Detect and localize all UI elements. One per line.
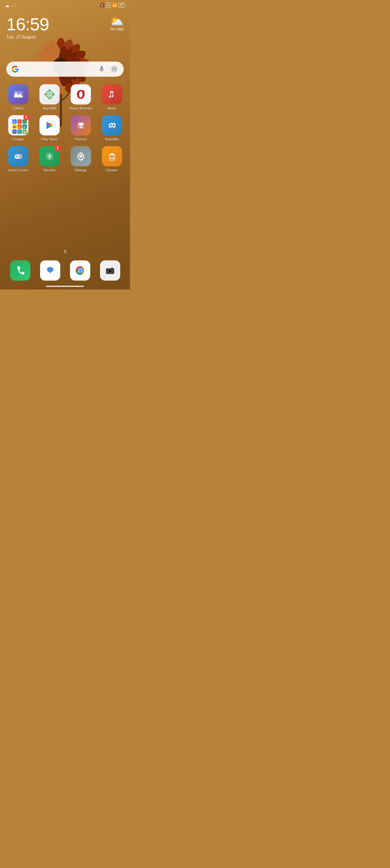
- battery-icon: 67: [118, 3, 125, 7]
- svg-point-50: [21, 156, 22, 157]
- app-shareme[interactable]: ShareMe: [98, 115, 126, 141]
- svg-point-30: [111, 66, 117, 72]
- clock-area: 16:59 Tue, 27 August ⛅ No data: [0, 9, 130, 42]
- app-label-security: Security: [43, 168, 56, 172]
- app-security[interactable]: 1 Security: [35, 146, 64, 172]
- svg-text:180M: 180M: [109, 157, 114, 159]
- app-music[interactable]: Music: [98, 84, 126, 110]
- app-opera[interactable]: Opera Browser: [66, 84, 95, 110]
- app-label-opera: Opera Browser: [69, 106, 93, 110]
- svg-point-72: [108, 269, 109, 270]
- app-label-cleaner: Cleaner: [106, 168, 118, 172]
- app-label-themes: Themes: [74, 137, 87, 141]
- app-label-playstore: Play Store: [41, 137, 58, 141]
- app-label-gallery: Gallery: [12, 106, 24, 110]
- svg-rect-45: [80, 127, 83, 128]
- svg-point-74: [113, 269, 113, 270]
- svg-rect-43: [79, 123, 83, 125]
- svg-point-51: [19, 156, 20, 157]
- search-container: [0, 42, 130, 82]
- svg-point-38: [79, 91, 83, 97]
- dock-camera[interactable]: [100, 260, 120, 281]
- svg-rect-73: [111, 268, 113, 269]
- svg-rect-40: [84, 91, 85, 92]
- dots-icon: ···: [11, 3, 16, 8]
- swipe-up-indicator: ∧: [63, 248, 67, 255]
- app-playstore[interactable]: Play Store: [35, 115, 64, 141]
- time-display: 16:59: [6, 16, 49, 33]
- svg-rect-39: [83, 91, 84, 92]
- app-grid: Gallery App Mall: [0, 82, 130, 175]
- clock-info: 16:59 Tue, 27 August: [6, 16, 49, 39]
- closebox-icon: ✕: [106, 2, 111, 8]
- google-logo: [11, 65, 19, 73]
- app-google[interactable]: G M 📍 📷 ▶ 📅 G+ 🔍 📋 2 Google: [4, 115, 32, 141]
- lens-icon[interactable]: [110, 65, 119, 73]
- weather-icon: ⛅: [109, 16, 124, 27]
- mute-icon: 🔇: [100, 3, 105, 7]
- app-appmall[interactable]: App Mall: [35, 84, 64, 110]
- badge-google: 2: [23, 114, 30, 120]
- dock: [5, 258, 125, 283]
- search-right-icons: [97, 65, 119, 73]
- search-bar[interactable]: [6, 62, 124, 77]
- svg-rect-48: [17, 155, 17, 157]
- app-label-settings: Settings: [74, 168, 87, 172]
- app-label-appmall: App Mall: [42, 106, 56, 110]
- app-label-google: Google: [12, 137, 24, 141]
- app-themes[interactable]: Themes: [66, 115, 95, 141]
- svg-rect-57: [111, 153, 113, 155]
- app-settings[interactable]: Settings: [66, 146, 95, 172]
- badge-security: 1: [55, 145, 61, 151]
- dock-area: ∧: [0, 245, 130, 289]
- app-label-gamecentre: Game Centre: [7, 168, 28, 172]
- app-gamecentre[interactable]: Game Centre: [4, 146, 32, 172]
- app-cleaner[interactable]: 180M Cleaner: [98, 146, 126, 172]
- dock-chrome[interactable]: [70, 260, 90, 281]
- weather-text: No data: [110, 27, 124, 31]
- cloud-icon: ☁: [5, 3, 9, 8]
- wifi-icon: 📶: [112, 3, 117, 7]
- home-indicator: [46, 286, 84, 287]
- date-display: Tue, 27 August: [6, 34, 49, 39]
- dock-phone[interactable]: [10, 260, 30, 281]
- dock-messages[interactable]: [40, 260, 60, 281]
- svg-rect-44: [81, 125, 82, 127]
- svg-point-54: [79, 155, 82, 157]
- svg-point-71: [109, 271, 111, 272]
- status-right: 🔇 ✕ 📶 67: [100, 2, 125, 8]
- status-left: ☁ ···: [5, 3, 16, 8]
- svg-point-35: [48, 94, 50, 95]
- svg-rect-41: [83, 92, 84, 93]
- svg-point-52: [20, 157, 21, 158]
- svg-point-49: [20, 155, 21, 156]
- weather-widget: ⛅ No data: [109, 16, 124, 31]
- mic-icon[interactable]: [97, 65, 106, 73]
- status-bar: ☁ ··· 🔇 ✕ 📶 67: [0, 0, 130, 9]
- app-label-music: Music: [107, 106, 117, 110]
- svg-point-67: [79, 269, 82, 272]
- app-gallery[interactable]: Gallery: [4, 84, 32, 110]
- app-label-shareme: ShareMe: [105, 137, 119, 141]
